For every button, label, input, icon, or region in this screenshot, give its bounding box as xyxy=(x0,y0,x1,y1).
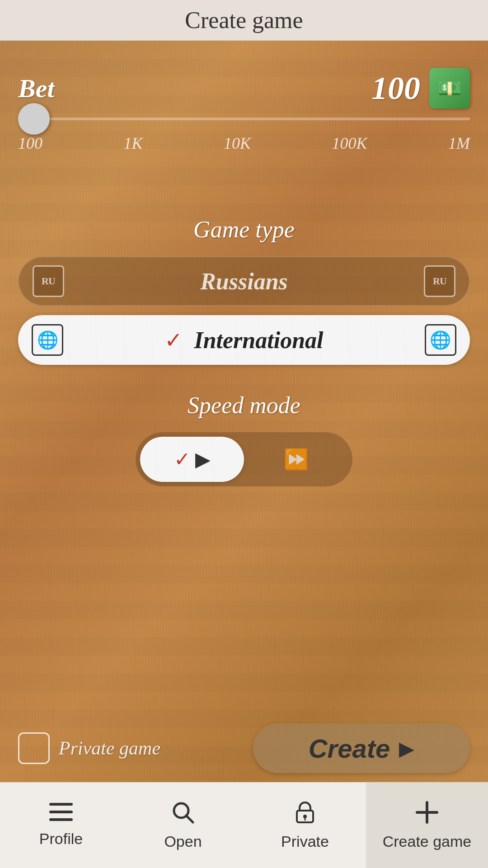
nav-item-profile[interactable]: Profile xyxy=(0,783,122,868)
speed-toggle: ✓ ▶ ⏩ xyxy=(136,432,352,486)
international-label-group: ✓ International xyxy=(164,327,323,354)
nav-item-create-game[interactable]: Create game xyxy=(366,783,488,868)
slider-label-100: 100 xyxy=(18,134,42,153)
game-type-russians[interactable]: RU Russians RU xyxy=(18,256,470,306)
bet-section: Bet 100 💵 100 1K 10K 100K 1M xyxy=(18,59,470,162)
speed-check-icon: ✓ xyxy=(174,448,191,471)
bet-label: Bet xyxy=(18,73,55,104)
play-icon: ▶ xyxy=(195,448,211,471)
game-type-international[interactable]: 🌐 ✓ International 🌐 xyxy=(18,315,470,365)
game-type-header: Game type xyxy=(18,216,470,243)
nav-label-private: Private xyxy=(281,833,329,850)
svg-rect-0 xyxy=(49,803,73,806)
russians-icon: RU xyxy=(33,265,64,297)
plus-icon xyxy=(415,801,439,828)
svg-point-6 xyxy=(303,815,307,818)
international-label: International xyxy=(194,327,323,354)
international-icon-left: 🌐 xyxy=(32,324,63,356)
globe-icon-left: 🌐 xyxy=(37,330,58,350)
russians-icon-right: RU xyxy=(424,265,455,297)
speed-mode-title: Speed mode xyxy=(188,392,300,419)
game-type-section: Game type RU Russians RU 🌐 ✓ In xyxy=(18,216,470,365)
bet-header: Bet 100 💵 xyxy=(18,68,470,108)
nav-label-open: Open xyxy=(164,833,202,850)
game-type-title: Game type xyxy=(193,217,295,242)
international-icon-right: 🌐 xyxy=(425,324,456,356)
nav-label-create-game: Create game xyxy=(383,833,472,850)
speed-normal-btn[interactable]: ✓ ▶ xyxy=(140,437,244,482)
speed-normal-content: ✓ ▶ xyxy=(174,448,211,471)
bet-slider-container[interactable]: 100 1K 10K 100K 1M xyxy=(18,118,470,153)
create-button-label: Create xyxy=(309,733,390,764)
lock-icon xyxy=(295,801,315,828)
search-icon xyxy=(171,801,195,828)
slider-label-1m: 1M xyxy=(448,134,470,153)
create-button-arrow-icon: ▶ xyxy=(399,737,414,760)
slider-label-1k: 1K xyxy=(123,134,142,153)
hamburger-icon xyxy=(49,803,73,826)
svg-rect-2 xyxy=(49,818,73,821)
bet-value-container: 100 💵 xyxy=(371,68,470,108)
slider-track xyxy=(18,118,470,120)
speed-fast-btn[interactable]: ⏩ xyxy=(244,437,348,482)
bottom-nav: Profile Open Private xyxy=(0,782,488,868)
speed-mode-section: Speed mode ✓ ▶ ⏩ xyxy=(18,392,470,486)
ru-text-right: RU xyxy=(433,275,446,287)
private-game-checkbox[interactable] xyxy=(18,732,50,764)
header: Create game xyxy=(0,0,488,41)
bottom-actions: Private game Create ▶ xyxy=(18,723,470,773)
create-button[interactable]: Create ▶ xyxy=(253,723,470,773)
page-title: Create game xyxy=(185,7,303,33)
slider-label-10k: 10K xyxy=(224,134,251,153)
money-icon-inner: 💵 xyxy=(438,77,461,99)
nav-label-profile: Profile xyxy=(39,830,83,848)
game-type-options: RU Russians RU 🌐 ✓ International 🌐 xyxy=(18,256,470,365)
slider-thumb[interactable] xyxy=(18,103,50,135)
check-mark: ✓ xyxy=(164,327,183,353)
fast-forward-icon: ⏩ xyxy=(284,448,309,471)
private-game-container: Private game xyxy=(18,732,160,764)
slider-label-100k: 100K xyxy=(332,134,367,153)
money-icon: 💵 xyxy=(429,68,470,108)
svg-rect-1 xyxy=(49,811,73,813)
private-game-label: Private game xyxy=(59,737,160,759)
main-content: Bet 100 💵 100 1K 10K 100K 1M xyxy=(0,41,488,782)
russians-label: Russians xyxy=(200,268,288,295)
speed-fast-content: ⏩ xyxy=(284,448,309,471)
nav-item-private[interactable]: Private xyxy=(244,783,366,868)
nav-item-open[interactable]: Open xyxy=(122,783,244,868)
slider-labels: 100 1K 10K 100K 1M xyxy=(18,134,470,153)
svg-line-4 xyxy=(186,816,193,822)
globe-icon-right: 🌐 xyxy=(430,330,451,350)
bet-value: 100 xyxy=(371,70,420,107)
ru-text: RU xyxy=(42,275,55,287)
